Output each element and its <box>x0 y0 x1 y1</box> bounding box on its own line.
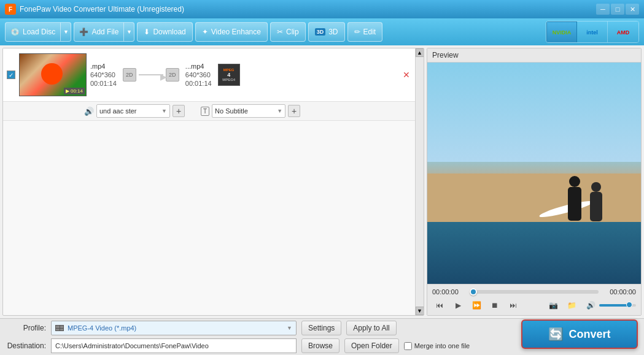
browse-button[interactable]: Browse <box>301 338 339 353</box>
file-checkbox[interactable]: ✓ <box>7 71 15 79</box>
profile-label: Profile: <box>6 324 46 332</box>
body2 <box>590 192 602 221</box>
skip-forward-button[interactable]: ⏭ <box>506 299 521 311</box>
play-button[interactable]: ▶ <box>451 299 465 311</box>
progress-row: 00:00:00 00:00:00 <box>432 288 636 296</box>
file-duration-input: 00:01:14 <box>90 80 117 87</box>
volume-icon: 🔊 <box>586 301 596 310</box>
maximize-button[interactable]: □ <box>611 4 624 15</box>
ctrl-buttons: ⏮ ▶ ⏩ ⏹ ⏭ 📷 📁 🔊 <box>432 299 636 311</box>
file-info: .mp4 640*360 00:01:14 2D ▶ 2D ...mp4 640… <box>90 63 398 87</box>
load-disc-button[interactable]: 💿 Load Disc <box>5 22 60 42</box>
progress-thumb <box>470 288 477 296</box>
fast-forward-button[interactable]: ⏩ <box>469 299 484 311</box>
file-list-panel: ✓ ▶ 00:14 .mp4 640*360 00:01:14 2D <box>2 48 424 316</box>
progress-track[interactable] <box>470 290 599 294</box>
add-file-button[interactable]: ➕ Add File <box>74 22 123 42</box>
enhance-icon: ✦ <box>202 28 208 36</box>
subtitle-value: No Subtitle <box>215 107 274 115</box>
destination-input[interactable] <box>51 338 297 353</box>
disc-icon: 💿 <box>10 28 20 36</box>
file-details-output: ...mp4 640*360 00:01:14 <box>185 63 212 87</box>
close-button[interactable]: ✕ <box>626 4 639 15</box>
3d-icon: 3D <box>315 28 326 36</box>
profile-format-icon <box>55 325 64 331</box>
profile-select[interactable]: MPEG-4 Video (*.mp4) ▼ <box>51 321 297 335</box>
skip-back-button[interactable]: ⏮ <box>432 299 447 311</box>
thumb-time: ▶ 00:14 <box>64 88 85 94</box>
merge-checkbox[interactable] <box>404 342 412 350</box>
app-icon: F <box>5 4 16 15</box>
volume-thumb <box>626 302 632 308</box>
add-file-dropdown[interactable]: ▼ <box>123 22 134 42</box>
settings-button[interactable]: Settings <box>301 321 341 335</box>
minimize-button[interactable]: ─ <box>596 4 610 15</box>
app-title: FonePaw Video Converter Ultimate (Unregi… <box>20 5 184 13</box>
destination-label: Destination: <box>6 342 46 350</box>
3d-label: 3D <box>328 28 338 36</box>
audio-track-value: und aac ster <box>99 107 159 115</box>
profile-dropdown-arrow: ▼ <box>287 325 292 331</box>
edit-button[interactable]: ✏ Edit <box>347 22 383 42</box>
clip-button[interactable]: ✂ Clip <box>270 22 306 42</box>
convert-button[interactable]: 🔄 Convert <box>521 319 638 349</box>
load-disc-label: Load Disc <box>23 28 55 36</box>
subtitle-select[interactable]: No Subtitle ▼ <box>212 104 285 118</box>
scroll-down[interactable]: ▼ <box>416 307 424 315</box>
download-button[interactable]: ⬇ Download <box>137 22 192 42</box>
merge-wrap: Merge into one file <box>404 342 470 350</box>
subtitle-icon: T <box>201 107 209 116</box>
volume-track[interactable] <box>599 304 636 307</box>
amd-button[interactable]: AMD <box>608 21 638 43</box>
file-details-input: .mp4 640*360 00:01:14 <box>90 63 117 87</box>
subtitle-dropdown-arrow: ▼ <box>277 108 282 114</box>
scroll-up[interactable]: ▲ <box>416 48 424 57</box>
video-enhance-button[interactable]: ✦ Video Enhance <box>195 22 268 42</box>
add-file-split: ➕ Add File ▼ <box>74 22 134 42</box>
intel-logo: intel <box>586 29 598 36</box>
screenshot-button[interactable]: 📷 <box>546 299 561 311</box>
edit-label: Edit <box>363 28 376 36</box>
open-folder-button[interactable]: Open Folder <box>344 338 399 353</box>
head2 <box>591 182 601 192</box>
apply-to-all-button[interactable]: Apply to All <box>346 321 396 335</box>
edit-icon: ✏ <box>354 28 360 36</box>
codec-badge: MPEG 4 MPEG4 <box>218 64 240 86</box>
file-thumbnail: ▶ 00:14 <box>19 53 87 96</box>
file-item: ✓ ▶ 00:14 .mp4 640*360 00:01:14 2D <box>3 48 415 102</box>
nvidia-button[interactable]: NVIDIA <box>546 21 577 43</box>
audio-track-select[interactable]: und aac ster ▼ <box>96 104 170 118</box>
file-name-output: ...mp4 <box>185 63 212 70</box>
preview-video <box>427 63 641 284</box>
check-mark: ✓ <box>9 72 14 78</box>
convert-label: Convert <box>568 328 610 341</box>
file-resolution-output: 640*360 <box>185 71 212 78</box>
load-disc-dropdown[interactable]: ▼ <box>60 22 71 42</box>
add-file-label: Add File <box>91 28 118 36</box>
add-subtitle-button[interactable]: + <box>288 105 300 117</box>
video-enhance-label: Video Enhance <box>211 28 261 36</box>
download-icon: ⬇ <box>144 28 150 36</box>
delete-file-button[interactable]: ✕ <box>402 70 411 80</box>
2d-badge-output: 2D <box>166 68 179 82</box>
3d-button[interactable]: 3D 3D <box>308 22 345 42</box>
sky <box>427 63 641 162</box>
intel-button[interactable]: intel <box>577 21 608 43</box>
audio-dropdown-arrow: ▼ <box>161 108 167 114</box>
folder-button[interactable]: 📁 <box>564 299 579 311</box>
surfer1 <box>568 176 581 222</box>
window-controls: ─ □ ✕ <box>596 4 639 15</box>
beach-scene <box>427 63 641 284</box>
add-audio-button[interactable]: + <box>173 105 185 117</box>
preview-label: Preview <box>427 48 641 63</box>
file-name-input: .mp4 <box>90 63 117 70</box>
add-file-icon: ➕ <box>79 28 88 36</box>
audio-icon: 🔊 <box>84 107 94 116</box>
file-list-scrollbar[interactable]: ▲ ▼ <box>415 48 424 315</box>
preview-panel: Preview <box>427 48 642 316</box>
stop-button[interactable]: ⏹ <box>487 299 502 311</box>
convert-icon: 🔄 <box>548 327 564 342</box>
download-label: Download <box>153 28 185 36</box>
body1 <box>568 187 581 221</box>
amd-logo: AMD <box>617 29 630 36</box>
